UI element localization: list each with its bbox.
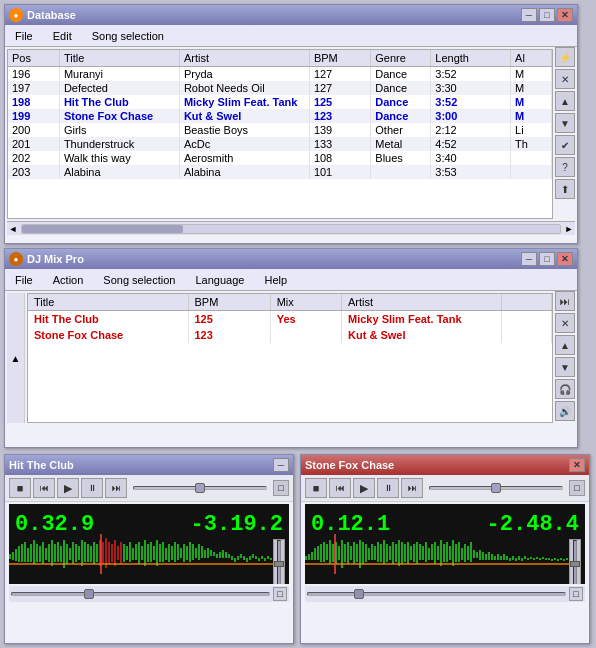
- player2-time: -2.48.4: [487, 512, 579, 537]
- svg-rect-59: [186, 546, 188, 560]
- db-table-row[interactable]: 201 Thunderstruck AcDc 133 Metal 4:52 Th: [8, 137, 552, 151]
- dj-menu-file[interactable]: File: [9, 272, 39, 288]
- p1-stop-btn[interactable]: ■: [9, 478, 31, 498]
- svg-rect-57: [180, 548, 182, 558]
- dj-col-bpm: BPM: [188, 294, 270, 311]
- svg-rect-53: [168, 544, 170, 562]
- svg-rect-62: [195, 548, 197, 558]
- player1-controls: ■ ⏮ ▶ ⏸ ⏭ □: [5, 475, 293, 502]
- db-btn-check[interactable]: ✔: [555, 135, 575, 155]
- svg-rect-171: [542, 557, 544, 559]
- svg-rect-79: [246, 558, 248, 562]
- db-btn-up2[interactable]: ⬆: [555, 179, 575, 199]
- svg-rect-178: [563, 559, 565, 561]
- p1-pause-btn[interactable]: ⏸: [81, 478, 103, 498]
- db-table-row[interactable]: 200 Girls Beastie Boys 139 Other 2:12 Li: [8, 123, 552, 137]
- svg-rect-173: [548, 558, 550, 560]
- p1-resize-btn[interactable]: □: [273, 587, 287, 601]
- db-menu-song-selection[interactable]: Song selection: [86, 28, 170, 44]
- dj-menu-song[interactable]: Song selection: [97, 272, 181, 288]
- db-table-row[interactable]: 199 Stone Fox Chase Kut & Swel 123 Dance…: [8, 109, 552, 123]
- svg-rect-108: [353, 542, 355, 564]
- db-table-row[interactable]: 197 Defected Robot Needs Oil 127 Dance 3…: [8, 81, 552, 95]
- p2-volume[interactable]: □: [569, 480, 585, 496]
- p2-play-btn[interactable]: ▶: [353, 478, 375, 498]
- db-table-row[interactable]: 203 Alabina Alabina 101 3:53: [8, 165, 552, 179]
- svg-rect-114: [371, 544, 373, 560]
- dj-table-row[interactable]: Stone Fox Chase 123 Kut & Swel: [28, 327, 552, 343]
- p1-slider[interactable]: [133, 486, 267, 490]
- db-cell-artist: AcDc: [179, 137, 309, 151]
- svg-rect-174: [551, 559, 553, 561]
- p2-rewind-btn[interactable]: ⏮: [329, 478, 351, 498]
- dj-menu-action[interactable]: Action: [47, 272, 90, 288]
- db-cell-length: 4:52: [431, 137, 511, 151]
- svg-rect-37: [120, 542, 122, 564]
- p1-rewind-btn[interactable]: ⏮: [33, 478, 55, 498]
- dj-close-btn[interactable]: ✕: [557, 252, 573, 266]
- db-minimize-btn[interactable]: ─: [521, 8, 537, 22]
- p1-play-btn[interactable]: ▶: [57, 478, 79, 498]
- hscroll-right-btn[interactable]: ►: [563, 224, 575, 234]
- p2-pause-btn[interactable]: ⏸: [377, 478, 399, 498]
- db-cell-al: M: [511, 95, 552, 109]
- db-cell-al: Li: [511, 123, 552, 137]
- svg-rect-10: [39, 546, 41, 562]
- svg-rect-21: [72, 542, 74, 564]
- svg-rect-78: [243, 556, 245, 560]
- db-table-row[interactable]: 198 Hit The Club Micky Slim Feat. Tank 1…: [8, 95, 552, 109]
- dj-btn-up[interactable]: ▲: [555, 335, 575, 355]
- db-btn-close[interactable]: ✕: [555, 69, 575, 89]
- dj-btn-ff[interactable]: ⏭: [555, 291, 575, 311]
- db-table-row[interactable]: 196 Muranyi Pryda 127 Dance 3:52 M: [8, 67, 552, 82]
- dj-btn-headphone[interactable]: 🎧: [555, 379, 575, 399]
- dj-minimize-btn[interactable]: ─: [521, 252, 537, 266]
- dj-menu-lang[interactable]: Language: [189, 272, 250, 288]
- database-menu-bar: File Edit Song selection: [5, 25, 577, 47]
- dj-btn-down[interactable]: ▼: [555, 357, 575, 377]
- svg-rect-40: [129, 542, 131, 562]
- db-horizontal-scrollbar[interactable]: ◄ ►: [7, 221, 575, 235]
- hscroll-left-btn[interactable]: ◄: [7, 224, 19, 234]
- p1-pitch-right[interactable]: [273, 539, 285, 584]
- player1-bottom-slider[interactable]: □: [9, 586, 289, 602]
- p2-slider[interactable]: [429, 486, 563, 490]
- p1-volume[interactable]: □: [273, 480, 289, 496]
- p1-minimize[interactable]: ─: [273, 458, 289, 472]
- db-btn-bolt[interactable]: ⚡: [555, 47, 575, 67]
- svg-rect-106: [347, 542, 349, 564]
- p2-ff-btn[interactable]: ⏭: [401, 478, 423, 498]
- col-artist: Artist: [179, 50, 309, 67]
- svg-rect-137: [440, 540, 442, 566]
- p2-stop-btn[interactable]: ■: [305, 478, 327, 498]
- dj-side-panel: ⏭ ✕ ▲ ▼ 🎧 🔊: [555, 291, 575, 421]
- db-table-row[interactable]: 202 Walk this way Aerosmith 108 Blues 3:…: [8, 151, 552, 165]
- player2-bottom-slider[interactable]: □: [305, 586, 585, 602]
- svg-rect-2: [15, 549, 17, 561]
- svg-rect-144: [461, 548, 463, 560]
- hscroll-thumb[interactable]: [22, 225, 183, 233]
- p2-resize-btn[interactable]: □: [569, 587, 583, 601]
- db-btn-down[interactable]: ▼: [555, 113, 575, 133]
- db-btn-question[interactable]: ?: [555, 157, 575, 177]
- svg-rect-134: [431, 544, 433, 560]
- dj-table-row[interactable]: Hit The Club 125 Yes Micky Slim Feat. Ta…: [28, 311, 552, 328]
- svg-rect-39: [126, 546, 128, 560]
- db-menu-file[interactable]: File: [9, 28, 39, 44]
- dj-menu-help[interactable]: Help: [258, 272, 293, 288]
- db-maximize-btn[interactable]: □: [539, 8, 555, 22]
- p2-pitch-right[interactable]: [569, 539, 581, 584]
- db-btn-up[interactable]: ▲: [555, 91, 575, 111]
- p2-close[interactable]: ✕: [569, 458, 585, 472]
- svg-rect-116: [377, 542, 379, 562]
- dj-col-artist: Artist: [342, 294, 502, 311]
- dj-maximize-btn[interactable]: □: [539, 252, 555, 266]
- db-cell-pos: 200: [8, 123, 59, 137]
- dj-btn-close[interactable]: ✕: [555, 313, 575, 333]
- db-menu-edit[interactable]: Edit: [47, 28, 78, 44]
- dj-btn-speaker[interactable]: 🔊: [555, 401, 575, 421]
- p2-pitch-thumb: [570, 561, 580, 567]
- p1-ff-btn[interactable]: ⏭: [105, 478, 127, 498]
- db-close-btn[interactable]: ✕: [557, 8, 573, 22]
- dj-title-bar: ● DJ Mix Pro ─ □ ✕: [5, 249, 577, 269]
